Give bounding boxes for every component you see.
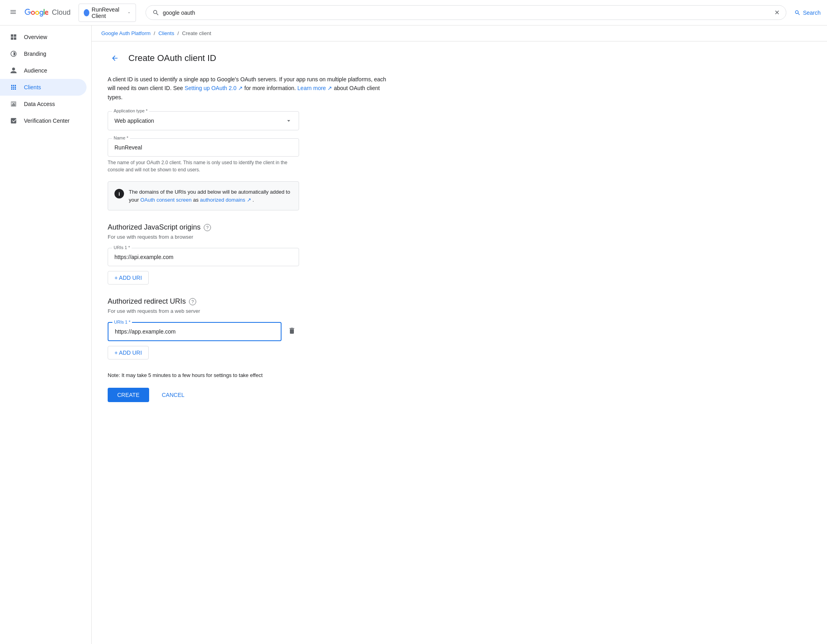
clear-search-icon[interactable]: ✕ [774, 9, 780, 16]
sidebar-item-verification[interactable]: Verification Center [0, 112, 87, 129]
sidebar-item-label: Audience [24, 67, 47, 74]
js-origins-title: Authorized JavaScript origins ? [108, 223, 435, 232]
redirect-uri-row: URIs 1 * [108, 322, 299, 341]
sidebar-item-label: Overview [24, 34, 47, 40]
redirect-add-uri-button[interactable]: + ADD URI [108, 346, 149, 359]
search-box: ✕ [146, 5, 786, 20]
name-group: Name * The name of your OAuth 2.0 client… [108, 138, 299, 173]
js-uri-input-wrapper: URIs 1 * [108, 248, 299, 266]
delete-redirect-uri-button[interactable] [285, 324, 299, 340]
name-input-wrapper: Name * [108, 138, 299, 157]
search-btn-label: Search [803, 10, 821, 16]
chevron-down-icon [127, 10, 131, 15]
create-button[interactable]: CREATE [108, 388, 149, 402]
cloud-text: Cloud [52, 8, 71, 17]
breadcrumb-sep-1: / [154, 30, 156, 36]
name-label: Name * [112, 135, 130, 140]
sidebar-item-label: Clients [24, 84, 41, 90]
redirect-uris-section: Authorized redirect URIs ? For use with … [108, 297, 435, 359]
breadcrumb: Google Auth Platform / Clients / Create … [92, 26, 827, 41]
sidebar-item-label: Verification Center [24, 118, 69, 124]
search-button[interactable]: Search [794, 10, 821, 16]
main-content: Create OAuth client ID A client ID is us… [92, 41, 451, 644]
overview-icon [10, 33, 18, 41]
sidebar-item-label: Data Access [24, 101, 55, 107]
name-input[interactable] [108, 139, 299, 156]
learn-more-link[interactable]: Learn more ↗ [297, 85, 332, 91]
name-hint: The name of your OAuth 2.0 client. This … [108, 159, 299, 173]
application-type-group: Application type * Web application [108, 111, 299, 130]
js-origins-subtitle: For use with requests from a browser [108, 234, 435, 240]
js-uri-row: URIs 1 * [108, 248, 299, 266]
topbar: Cloud RunReveal Client ✕ Search [0, 0, 827, 26]
redirect-uri-input[interactable] [108, 323, 281, 340]
main-layout: Overview Branding Audience Clients Data … [0, 26, 827, 644]
oauth-consent-link[interactable]: OAuth consent screen [140, 197, 192, 203]
delete-icon [288, 327, 296, 335]
application-type-label: Application type * [112, 108, 149, 113]
clients-icon [10, 84, 18, 91]
breadcrumb-sep-2: / [177, 30, 179, 36]
info-icon: i [114, 189, 124, 198]
js-add-uri-button[interactable]: + ADD URI [108, 271, 149, 285]
project-icon [84, 9, 89, 16]
sidebar-item-branding[interactable]: Branding [0, 45, 87, 62]
settings-note: Note: It may take 5 minutes to a few hou… [108, 372, 347, 378]
redirect-uris-help-icon[interactable]: ? [189, 298, 196, 305]
google-cloud-logo: Cloud [25, 8, 71, 18]
sidebar-item-audience[interactable]: Audience [0, 62, 87, 79]
breadcrumb-link-auth-platform[interactable]: Google Auth Platform [101, 30, 151, 36]
authorized-domains-link[interactable]: authorized domains ↗ [200, 197, 251, 203]
project-selector[interactable]: RunReveal Client [79, 4, 136, 22]
search-input[interactable] [163, 10, 771, 16]
redirect-uris-subtitle: For use with requests from a web server [108, 308, 435, 314]
application-type-value[interactable]: Web application [108, 112, 299, 130]
js-uri-label: URIs 1 * [112, 245, 132, 250]
breadcrumb-link-clients[interactable]: Clients [158, 30, 174, 36]
application-type-select[interactable]: Application type * Web application [108, 111, 299, 130]
sidebar: Overview Branding Audience Clients Data … [0, 26, 92, 644]
description-mid: for more information. [244, 85, 296, 91]
sidebar-item-overview[interactable]: Overview [0, 29, 87, 45]
oauth-setup-link[interactable]: Setting up OAuth 2.0 ↗ [185, 85, 243, 91]
redirect-uri-input-wrapper: URIs 1 * [108, 322, 282, 341]
breadcrumb-current: Create client [182, 30, 211, 36]
sidebar-item-label: Branding [24, 51, 46, 57]
menu-icon[interactable] [6, 5, 20, 20]
cancel-button[interactable]: CANCEL [156, 388, 191, 402]
audience-icon [10, 67, 18, 74]
js-origins-help-icon[interactable]: ? [204, 224, 211, 231]
project-name: RunReveal Client [92, 6, 125, 19]
page-description: A client ID is used to identify a single… [108, 75, 395, 102]
search-btn-icon [794, 10, 801, 16]
redirect-uris-title: Authorized redirect URIs ? [108, 297, 435, 306]
back-button[interactable] [108, 51, 122, 65]
search-icon [152, 9, 159, 16]
action-buttons: CREATE CANCEL [108, 388, 435, 402]
select-arrow-icon [285, 117, 292, 124]
branding-icon [10, 50, 18, 57]
data-access-icon [10, 100, 18, 108]
js-origins-section: Authorized JavaScript origins ? For use … [108, 223, 435, 285]
sidebar-item-data-access[interactable]: Data Access [0, 96, 87, 112]
sidebar-item-clients[interactable]: Clients [0, 79, 87, 96]
verification-icon [10, 117, 18, 124]
js-uri-input[interactable] [108, 248, 299, 266]
redirect-uri-label: URIs 1 * [112, 320, 132, 324]
info-text: The domains of the URIs you add below wi… [129, 188, 292, 204]
page-header: Create OAuth client ID [108, 51, 435, 65]
page-title: Create OAuth client ID [128, 53, 216, 63]
info-box: i The domains of the URIs you add below … [108, 181, 299, 210]
